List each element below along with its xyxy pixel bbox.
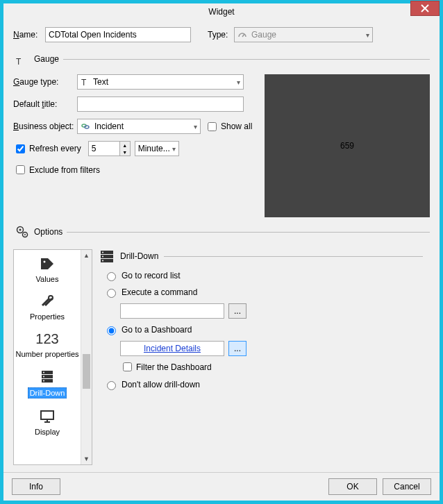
sidebar-item-number-properties[interactable]: 123 Number properties bbox=[14, 325, 81, 362]
sidebar-item-properties[interactable]: Properties bbox=[14, 287, 81, 325]
name-input[interactable] bbox=[45, 27, 191, 42]
default-title-input[interactable] bbox=[77, 96, 244, 112]
dont-allow-label: Don't allow drill-down bbox=[122, 380, 200, 389]
svg-point-20 bbox=[43, 380, 44, 382]
command-browse-button[interactable]: ... bbox=[228, 303, 246, 319]
execute-command-label: Execute a command bbox=[122, 287, 197, 297]
divider bbox=[63, 59, 430, 60]
divider bbox=[67, 232, 430, 233]
show-all-checkbox[interactable] bbox=[208, 122, 217, 131]
tag-icon bbox=[15, 254, 79, 274]
cancel-button[interactable]: Cancel bbox=[383, 478, 431, 495]
business-object-combo[interactable]: Incident ▾ bbox=[77, 119, 201, 134]
drilldown-heading: Drill-Down bbox=[120, 251, 158, 261]
sidebar-item-label: Values bbox=[15, 275, 79, 283]
server-icon bbox=[99, 249, 115, 263]
svg-line-2 bbox=[242, 34, 244, 37]
radio-go-dashboard[interactable] bbox=[107, 326, 116, 335]
gauge-body: Gauge type: T Text ▾ Default title: Busi… bbox=[13, 74, 430, 217]
titlebar: Widget bbox=[3, 3, 440, 20]
radio-dont-allow[interactable] bbox=[107, 381, 116, 390]
business-object-value: Incident bbox=[94, 121, 124, 131]
header-row: Name: Type: Gauge ▾ bbox=[13, 27, 430, 42]
sidebar-item-label: Number properties bbox=[15, 350, 79, 358]
radio-execute-command[interactable] bbox=[107, 289, 116, 298]
svg-point-28 bbox=[102, 256, 103, 258]
chevron-down-icon: ▾ bbox=[194, 123, 197, 131]
gauge-preview: 659 bbox=[265, 74, 430, 217]
divider bbox=[164, 256, 423, 257]
command-input[interactable] bbox=[120, 303, 224, 319]
text-t-icon: T bbox=[13, 51, 31, 67]
filter-dashboard-checkbox[interactable] bbox=[123, 362, 132, 371]
radio-go-record-list[interactable] bbox=[107, 272, 116, 281]
refresh-unit-combo[interactable]: Minute... ▾ bbox=[135, 141, 179, 156]
gears-icon bbox=[13, 224, 31, 240]
gauge-section-header: T Gauge bbox=[13, 51, 430, 67]
svg-point-14 bbox=[49, 296, 53, 300]
monitor-icon bbox=[15, 407, 79, 426]
scroll-thumb[interactable] bbox=[83, 354, 90, 389]
refresh-value-spinner[interactable]: ▲ ▼ bbox=[88, 141, 131, 156]
sidebar-item-drilldown[interactable]: Drill-Down bbox=[14, 362, 81, 403]
dashboard-browse-button[interactable]: ... bbox=[228, 341, 246, 356]
server-icon bbox=[15, 367, 79, 386]
sidebar-item-display[interactable]: Display bbox=[14, 403, 81, 440]
ok-button[interactable]: OK bbox=[328, 478, 377, 495]
svg-text:T: T bbox=[16, 57, 22, 67]
window-title: Widget bbox=[208, 7, 234, 17]
name-label: Name: bbox=[13, 30, 45, 40]
gauge-section-label: Gauge bbox=[34, 54, 59, 64]
content-area: Name: Type: Gauge ▾ T Gauge Gauge bbox=[3, 20, 440, 472]
spinner-down[interactable]: ▼ bbox=[120, 149, 130, 156]
close-button[interactable] bbox=[410, 1, 440, 16]
gauge-type-value: Text bbox=[93, 77, 108, 87]
exclude-filters-checkbox[interactable] bbox=[16, 165, 25, 174]
options-body: Values Properties 123 Number properties bbox=[13, 249, 430, 465]
dashboard-link-box[interactable]: Incident Details bbox=[120, 341, 224, 356]
tools-icon bbox=[15, 292, 79, 311]
text-t-small-icon: T bbox=[81, 78, 89, 86]
refresh-value-input[interactable] bbox=[88, 141, 120, 156]
options-section-header: Options bbox=[13, 224, 430, 240]
refresh-checkbox[interactable] bbox=[16, 144, 25, 153]
type-combo: Gauge ▾ bbox=[234, 27, 373, 42]
exclude-filters-label: Exclude from filters bbox=[29, 165, 100, 175]
svg-point-11 bbox=[44, 261, 46, 263]
refresh-label: Refresh every bbox=[29, 144, 81, 153]
options-section-label: Options bbox=[34, 227, 62, 237]
chevron-down-icon: ▾ bbox=[237, 78, 240, 86]
default-title-label: Default title: bbox=[13, 99, 77, 109]
footer: Info OK Cancel bbox=[3, 472, 440, 501]
scroll-up[interactable]: ▲ bbox=[81, 250, 92, 261]
go-record-list-label: Go to record list bbox=[122, 271, 181, 280]
drilldown-header: Drill-Down bbox=[99, 249, 423, 263]
gauge-type-label: Gauge type: bbox=[13, 77, 77, 87]
info-button[interactable]: Info bbox=[12, 478, 60, 495]
drilldown-panel: Drill-Down Go to record list Execute a c… bbox=[92, 249, 430, 465]
svg-point-10 bbox=[24, 234, 26, 235]
dashboard-link[interactable]: Incident Details bbox=[144, 344, 201, 353]
filter-dashboard-label: Filter the Dashboard bbox=[136, 362, 212, 372]
sidebar-item-label: Properties bbox=[15, 312, 79, 321]
type-value: Gauge bbox=[251, 30, 276, 40]
gauge-icon bbox=[237, 30, 247, 40]
type-label: Type: bbox=[208, 30, 234, 40]
sidebar-scrollbar[interactable]: ▲ ▼ bbox=[81, 250, 92, 464]
sidebar-item-label: Display bbox=[15, 428, 79, 436]
sidebar-item-label: Drill-Down bbox=[28, 387, 67, 398]
svg-rect-21 bbox=[41, 411, 53, 419]
widget-dialog: Widget Name: Type: Gauge ▾ T Gauge bbox=[3, 3, 440, 501]
close-icon bbox=[421, 4, 429, 12]
gauge-type-combo[interactable]: T Text ▾ bbox=[77, 74, 244, 90]
gauge-form: Gauge type: T Text ▾ Default title: Busi… bbox=[13, 74, 258, 217]
sidebar-item-values[interactable]: Values bbox=[14, 250, 81, 287]
svg-point-29 bbox=[102, 260, 103, 262]
refresh-unit-value: Minute... bbox=[138, 144, 170, 153]
scroll-down[interactable]: ▼ bbox=[81, 453, 92, 464]
gauge-preview-value: 659 bbox=[340, 141, 354, 151]
svg-point-27 bbox=[102, 252, 103, 253]
number-icon: 123 bbox=[35, 331, 58, 347]
options-sidebar: Values Properties 123 Number properties bbox=[13, 249, 92, 465]
spinner-up[interactable]: ▲ bbox=[120, 142, 130, 149]
